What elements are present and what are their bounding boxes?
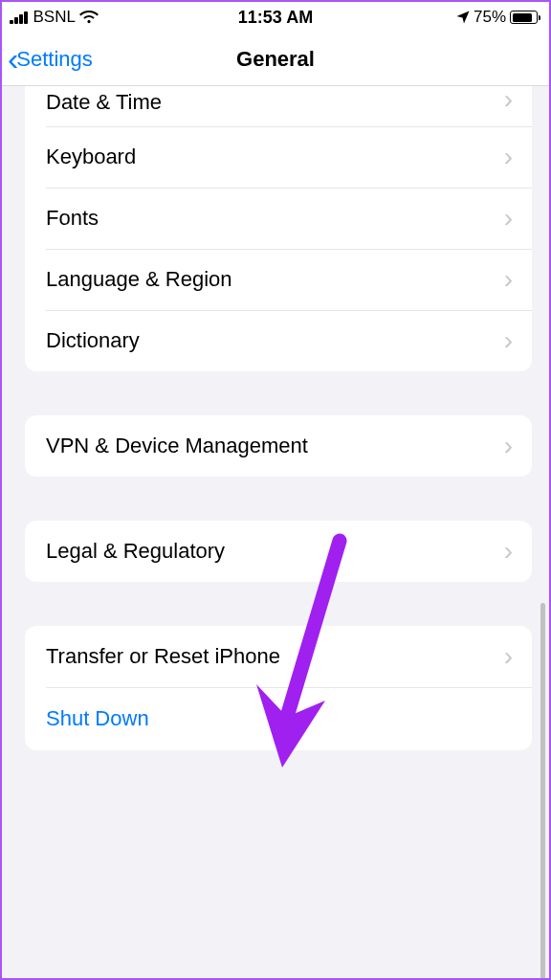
battery-icon bbox=[510, 11, 538, 24]
status-bar-left: BSNL bbox=[10, 8, 99, 27]
cellular-signal-icon bbox=[10, 11, 28, 24]
group-gap bbox=[25, 371, 532, 415]
carrier-label: BSNL bbox=[33, 8, 76, 27]
settings-group-reset: Transfer or Reset iPhone › Shut Down bbox=[25, 626, 532, 750]
chevron-right-icon: › bbox=[504, 264, 513, 295]
chevron-right-icon: › bbox=[504, 641, 513, 672]
page-title: General bbox=[236, 47, 315, 72]
nav-bar: ‹ Settings General bbox=[2, 33, 549, 86]
chevron-right-icon: › bbox=[504, 325, 513, 356]
row-fonts[interactable]: Fonts › bbox=[25, 188, 532, 249]
row-label: Legal & Regulatory bbox=[46, 539, 225, 564]
row-label: Fonts bbox=[46, 206, 99, 231]
settings-group-vpn: VPN & Device Management › bbox=[25, 415, 532, 477]
battery-percent: 75% bbox=[474, 8, 506, 27]
group-gap bbox=[25, 477, 532, 521]
row-label: VPN & Device Management bbox=[46, 434, 308, 458]
status-bar: BSNL 11:53 AM 75% bbox=[2, 2, 549, 33]
chevron-right-icon: › bbox=[504, 536, 513, 567]
row-label: Dictionary bbox=[46, 328, 140, 353]
row-language-region[interactable]: Language & Region › bbox=[25, 249, 532, 310]
group-gap bbox=[25, 582, 532, 626]
row-vpn-device-mgmt[interactable]: VPN & Device Management › bbox=[25, 415, 532, 477]
status-bar-right: 75% bbox=[456, 8, 538, 27]
settings-general-screen: BSNL 11:53 AM 75% ‹ Settings General Dat… bbox=[2, 2, 549, 978]
row-keyboard[interactable]: Keyboard › bbox=[25, 126, 532, 188]
row-label: Language & Region bbox=[46, 267, 232, 292]
row-shut-down[interactable]: Shut Down bbox=[25, 687, 532, 750]
row-legal-regulatory[interactable]: Legal & Regulatory › bbox=[25, 521, 532, 582]
wifi-icon bbox=[79, 11, 99, 24]
chevron-right-icon: › bbox=[504, 203, 513, 234]
back-label: Settings bbox=[16, 47, 93, 72]
row-date-time[interactable]: Date & Time › bbox=[25, 86, 532, 126]
chevron-right-icon: › bbox=[504, 86, 513, 115]
chevron-right-icon: › bbox=[504, 142, 513, 172]
content-area: Date & Time › Keyboard › Fonts › Languag… bbox=[2, 86, 549, 978]
status-time: 11:53 AM bbox=[238, 8, 313, 28]
back-button[interactable]: ‹ Settings bbox=[2, 46, 93, 72]
scroll-indicator bbox=[540, 603, 545, 978]
row-label: Shut Down bbox=[46, 706, 149, 731]
row-transfer-reset[interactable]: Transfer or Reset iPhone › bbox=[25, 626, 532, 687]
row-label: Keyboard bbox=[46, 145, 136, 169]
row-label: Transfer or Reset iPhone bbox=[46, 644, 280, 669]
row-dictionary[interactable]: Dictionary › bbox=[25, 310, 532, 371]
location-icon bbox=[456, 11, 470, 24]
row-label: Date & Time bbox=[46, 90, 162, 115]
settings-group-general: Date & Time › Keyboard › Fonts › Languag… bbox=[25, 86, 532, 371]
settings-group-legal: Legal & Regulatory › bbox=[25, 521, 532, 582]
chevron-right-icon: › bbox=[504, 431, 513, 461]
